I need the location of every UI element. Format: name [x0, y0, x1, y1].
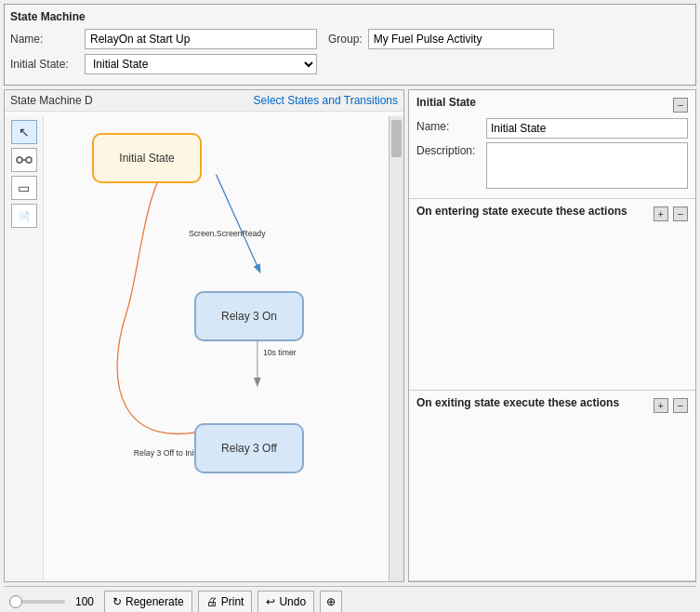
initial-state-select[interactable]: Initial State Relay 3 On Relay 3 Off — [85, 54, 317, 74]
undo-button[interactable]: ↩ Undo — [258, 591, 314, 612]
state-node-relay3off[interactable]: Relay 3 Off — [194, 423, 304, 473]
state-node-initial[interactable]: Initial State — [92, 133, 202, 183]
collapse-btn[interactable]: − — [673, 98, 688, 113]
right-panel: Initial State − Name: Description: On en… — [408, 89, 696, 582]
scrollbar-thumb[interactable] — [391, 120, 402, 157]
canvas-area[interactable]: Screen.ScreenReady 10s timer Relay 3 Off… — [44, 116, 389, 581]
toolbar-sidebar: ↖ ▭ 📄 — [5, 116, 44, 581]
zoom-value: 100 — [71, 595, 99, 608]
regenerate-label: Regenerate — [125, 595, 184, 608]
extra-btn[interactable]: ⊕ — [320, 591, 342, 612]
print-icon: 🖨 — [206, 595, 218, 608]
pointer-tool[interactable]: ↖ — [11, 120, 37, 144]
rectangle-tool[interactable]: ▭ — [11, 176, 37, 200]
state-name-input[interactable] — [486, 118, 688, 139]
select-states-link[interactable]: Select States and Transitions — [254, 94, 398, 107]
print-label: Print — [221, 595, 244, 608]
connect-tool[interactable] — [11, 148, 37, 172]
state-desc-label: Description: — [416, 142, 486, 157]
on-exiting-title: On exiting state execute these actions — [416, 396, 619, 409]
connections-svg: Screen.ScreenReady 10s timer Relay 3 Off… — [44, 116, 389, 581]
left-panel-title: State Machine D — [10, 94, 93, 107]
on-entering-section: On entering state execute these actions … — [409, 199, 695, 391]
exit-add-btn[interactable]: + — [654, 398, 668, 413]
state-node-relay3on[interactable]: Relay 3 On — [194, 291, 304, 341]
regenerate-icon: ↻ — [112, 595, 122, 608]
zoom-slider-thumb[interactable] — [9, 595, 22, 608]
state-properties-section: Initial State − Name: Description: — [409, 90, 695, 199]
group-input[interactable] — [368, 29, 554, 49]
regenerate-button[interactable]: ↻ Regenerate — [104, 591, 192, 612]
undo-label: Undo — [279, 595, 306, 608]
enter-add-btn[interactable]: + — [654, 206, 668, 221]
group-label: Group: — [328, 33, 363, 46]
bottom-bar: 100 ↻ Regenerate 🖨 Print ↩ Undo ⊕ — [4, 586, 696, 612]
state-name-label: Name: — [416, 118, 486, 133]
state-name-section-title: Initial State — [416, 96, 476, 109]
exit-remove-btn[interactable]: − — [673, 398, 688, 413]
document-tool[interactable]: 📄 — [11, 204, 37, 228]
outer-panel: State Machine Name: Group: Initial State… — [4, 4, 696, 86]
svg-text:10s timer: 10s timer — [263, 348, 297, 357]
print-button[interactable]: 🖨 Print — [198, 591, 253, 612]
state-machine-canvas-panel: State Machine D Select States and Transi… — [4, 89, 404, 582]
vertical-scrollbar[interactable] — [389, 116, 403, 581]
undo-icon: ↩ — [266, 595, 275, 608]
svg-text:Screen.ScreenReady: Screen.ScreenReady — [189, 229, 266, 238]
name-input[interactable] — [85, 29, 317, 49]
panel-title: State Machine — [10, 10, 690, 23]
on-entering-title: On entering state execute these actions — [416, 205, 627, 218]
initial-state-label: Initial State: — [10, 58, 85, 71]
svg-line-3 — [217, 175, 260, 272]
state-desc-textarea[interactable] — [486, 142, 688, 189]
zoom-slider[interactable] — [9, 600, 65, 604]
svg-point-0 — [17, 157, 22, 163]
on-exiting-section: On exiting state execute these actions +… — [409, 391, 695, 582]
name-label: Name: — [10, 33, 85, 46]
enter-remove-btn[interactable]: − — [673, 206, 688, 221]
svg-point-1 — [26, 157, 32, 163]
